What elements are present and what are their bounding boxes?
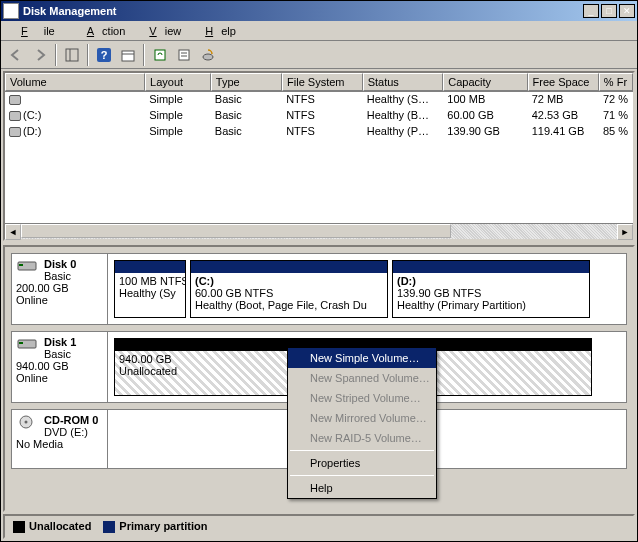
- svg-rect-4: [122, 51, 134, 61]
- back-button[interactable]: [5, 44, 27, 66]
- col-capacity[interactable]: Capacity: [443, 73, 527, 91]
- menu-item-help[interactable]: Help: [288, 478, 436, 498]
- settings-button[interactable]: [173, 44, 195, 66]
- menu-action[interactable]: Action: [71, 23, 134, 39]
- help-button[interactable]: ?: [93, 44, 115, 66]
- menu-help[interactable]: Help: [189, 23, 244, 39]
- menu-item-properties[interactable]: Properties: [288, 453, 436, 473]
- refresh-button[interactable]: [149, 44, 171, 66]
- volume-icon: [9, 95, 21, 105]
- volume-list: Volume Layout Type File System Status Ca…: [3, 71, 635, 241]
- scroll-right-button[interactable]: ►: [617, 224, 633, 240]
- menu-item: New Striped Volume…: [288, 388, 436, 408]
- volume-name: [5, 92, 145, 108]
- menu-file[interactable]: File: [5, 23, 71, 39]
- svg-rect-12: [19, 264, 23, 266]
- svg-rect-6: [155, 50, 165, 60]
- partition[interactable]: (C:)60.00 GB NTFSHealthy (Boot, Page Fil…: [190, 260, 388, 318]
- disk-icon: [16, 258, 40, 274]
- svg-point-10: [203, 54, 213, 60]
- col-layout[interactable]: Layout: [145, 73, 211, 91]
- legend: Unallocated Primary partition: [3, 514, 635, 539]
- table-row[interactable]: (D:)SimpleBasicNTFSHealthy (P…139.90 GB1…: [5, 124, 633, 140]
- col-status[interactable]: Status: [363, 73, 444, 91]
- col-fs[interactable]: File System: [282, 73, 363, 91]
- disk-info: Disk 0Basic200.00 GBOnline: [12, 254, 108, 324]
- scroll-thumb[interactable]: [21, 224, 451, 238]
- partition[interactable]: 100 MB NTFSHealthy (Sy: [114, 260, 186, 318]
- context-menu: New Simple Volume…New Spanned Volume…New…: [287, 347, 437, 499]
- close-button[interactable]: ✕: [619, 4, 635, 18]
- svg-rect-7: [179, 50, 189, 60]
- disk-info: Disk 1Basic940.00 GBOnline: [12, 332, 108, 402]
- menu-item: New RAID-5 Volume…: [288, 428, 436, 448]
- legend-primary: Primary partition: [103, 520, 207, 533]
- menu-view[interactable]: View: [133, 23, 189, 39]
- title-bar: Disk Management _ □ ✕: [1, 1, 637, 21]
- svg-rect-14: [19, 342, 23, 344]
- menu-item: New Spanned Volume…: [288, 368, 436, 388]
- minimize-button[interactable]: _: [583, 4, 599, 18]
- partition-area: 100 MB NTFSHealthy (Sy(C:)60.00 GB NTFSH…: [108, 254, 626, 324]
- volume-name: (D:): [5, 124, 145, 140]
- menu-bar: File Action View Help: [1, 21, 637, 41]
- disk-icon: [16, 336, 40, 352]
- props-button[interactable]: [117, 44, 139, 66]
- window-title: Disk Management: [23, 5, 583, 17]
- volume-name: (C:): [5, 108, 145, 124]
- volume-icon: [9, 111, 21, 121]
- partition-color-bar: [191, 261, 387, 273]
- column-headers: Volume Layout Type File System Status Ca…: [5, 73, 633, 92]
- menu-item[interactable]: New Simple Volume…: [288, 348, 436, 368]
- scroll-left-button[interactable]: ◄: [5, 224, 21, 240]
- forward-button[interactable]: [29, 44, 51, 66]
- rescan-button[interactable]: [197, 44, 219, 66]
- disk-graphical-view: Disk 0Basic200.00 GBOnline100 MB NTFSHea…: [3, 245, 635, 512]
- svg-point-16: [25, 421, 28, 424]
- col-type[interactable]: Type: [211, 73, 282, 91]
- col-free[interactable]: Free Space: [528, 73, 599, 91]
- col-pct[interactable]: % Fr: [599, 73, 633, 91]
- toolbar: ?: [1, 41, 637, 69]
- show-hide-button[interactable]: [61, 44, 83, 66]
- partition[interactable]: (D:)139.90 GB NTFSHealthy (Primary Parti…: [392, 260, 590, 318]
- legend-unallocated: Unallocated: [13, 520, 91, 533]
- maximize-button[interactable]: □: [601, 4, 617, 18]
- app-icon: [3, 3, 19, 19]
- disk-row: Disk 0Basic200.00 GBOnline100 MB NTFSHea…: [11, 253, 627, 325]
- h-scrollbar[interactable]: ◄ ►: [5, 223, 633, 239]
- partition-color-bar: [393, 261, 589, 273]
- menu-item: New Mirrored Volume…: [288, 408, 436, 428]
- cdrom-icon: [16, 414, 40, 430]
- svg-rect-0: [66, 49, 78, 61]
- table-row[interactable]: (C:)SimpleBasicNTFSHealthy (B…60.00 GB42…: [5, 108, 633, 124]
- partition-color-bar: [115, 261, 185, 273]
- volume-icon: [9, 127, 21, 137]
- table-row[interactable]: SimpleBasicNTFSHealthy (S…100 MB72 MB72 …: [5, 92, 633, 108]
- col-volume[interactable]: Volume: [5, 73, 145, 91]
- svg-text:?: ?: [101, 49, 108, 61]
- disk-info: CD-ROM 0DVD (E:)No Media: [12, 410, 108, 468]
